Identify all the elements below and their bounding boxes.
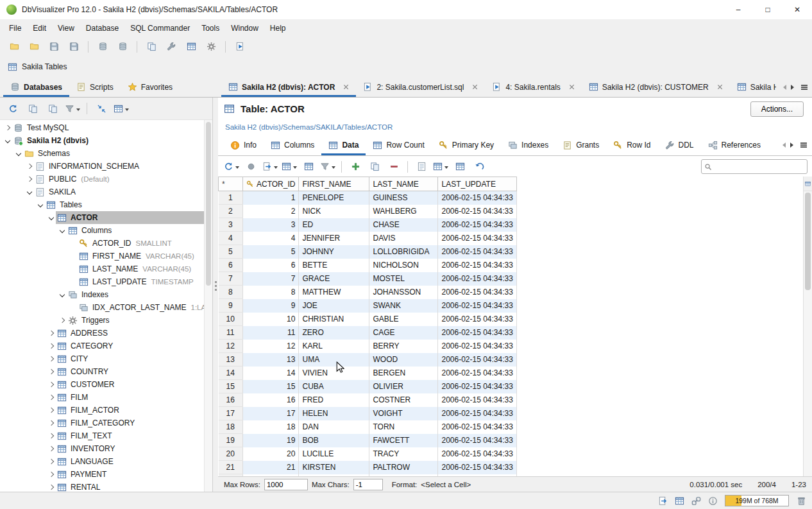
tab-4-sakila-rentals[interactable]: 4: Sakila.rentals: [485, 77, 581, 97]
cell-last-name[interactable]: COSTNER: [369, 393, 438, 407]
cell-last-update[interactable]: 2006-02-15 04:34:33: [438, 218, 516, 232]
tree-expander-icon[interactable]: [46, 468, 56, 481]
tree-expander-icon[interactable]: [35, 198, 45, 211]
cell-actor-id[interactable]: 11: [243, 326, 299, 340]
tree-expander-icon[interactable]: [57, 224, 67, 237]
object-tab-row-count[interactable]: Row Count: [366, 135, 431, 155]
object-tab-references[interactable]: References: [701, 135, 768, 155]
cell-actor-id[interactable]: 10: [243, 313, 299, 326]
tree-item-test-mysql[interactable]: Test MySQL: [0, 121, 205, 134]
close-button[interactable]: ✕: [782, 0, 812, 19]
cell-actor-id[interactable]: 3: [243, 218, 299, 232]
cell-last-name[interactable]: CHASE: [369, 218, 438, 232]
cell-actor-id[interactable]: 16: [243, 393, 299, 407]
cell-last-name[interactable]: SWANK: [369, 299, 438, 313]
tab-close-icon[interactable]: [717, 84, 723, 90]
cell-last-name[interactable]: GUINESS: [369, 191, 438, 205]
tree-item-city[interactable]: CITY: [0, 352, 205, 365]
grid-export-button[interactable]: [656, 494, 669, 507]
tree-expander-icon[interactable]: [24, 173, 34, 185]
cell-last-update[interactable]: 2006-02-15 04:34:33: [438, 191, 516, 205]
cell-actor-id[interactable]: 13: [243, 353, 299, 367]
tree-item-tables[interactable]: Tables: [0, 198, 205, 211]
cell-first-name[interactable]: BETTE: [299, 259, 369, 272]
cell-first-name[interactable]: ZERO: [299, 326, 369, 340]
tree-item-triggers[interactable]: Triggers: [0, 314, 205, 327]
maximize-button[interactable]: □: [753, 0, 782, 19]
cell-last-name[interactable]: LOLLOBRIGIDA: [369, 245, 438, 259]
duplicate-button[interactable]: [44, 101, 62, 116]
column-header-actor-id[interactable]: ACTOR_ID: [243, 177, 299, 191]
grid-scrollbar-thumb[interactable]: [805, 193, 811, 290]
save-all-button[interactable]: [65, 39, 83, 55]
cell-last-update[interactable]: 2006-02-15 04:34:33: [438, 299, 516, 313]
tree-item-first-name[interactable]: FIRST_NAMEVARCHAR(45): [0, 250, 205, 263]
cell-last-name[interactable]: BERRY: [369, 340, 438, 353]
cell-last-update[interactable]: 2006-02-15 04:34:33: [438, 434, 516, 447]
row-number[interactable]: 8: [219, 286, 243, 299]
script-button[interactable]: [412, 159, 430, 175]
memory-indicator[interactable]: 199M of 768M: [725, 495, 789, 506]
cell-actor-id[interactable]: 2: [243, 205, 299, 218]
tree-item-film-category[interactable]: FILM_CATEGORY: [0, 417, 205, 429]
row-number[interactable]: 12: [219, 340, 243, 353]
tree-expander-icon[interactable]: [46, 481, 56, 492]
tree-scrollbar-thumb[interactable]: [206, 122, 211, 286]
dock-tab-sakila-tables[interactable]: Sakila Tables: [5, 60, 75, 74]
menu-sql-commander[interactable]: SQL Commander: [124, 21, 196, 35]
cell-actor-id[interactable]: 14: [243, 367, 299, 380]
cell-last-name[interactable]: WAHLBERG: [369, 205, 438, 218]
cell-last-update[interactable]: 2006-02-15 04:34:33: [438, 380, 516, 393]
tree-item-film[interactable]: FILM: [0, 391, 205, 404]
grid-vertical-scrollbar[interactable]: [803, 177, 812, 477]
tab-close-icon[interactable]: [343, 84, 349, 90]
object-tab-ddl[interactable]: DDL: [658, 135, 701, 155]
cell-actor-id[interactable]: 21: [243, 461, 299, 474]
tree-item-last-name[interactable]: LAST_NAMEVARCHAR(45): [0, 263, 205, 275]
cell-actor-id[interactable]: 19: [243, 434, 299, 447]
cell-actor-id[interactable]: 4: [243, 232, 299, 245]
tree-item-inventory[interactable]: INVENTORY: [0, 442, 205, 455]
link-button[interactable]: [689, 494, 702, 507]
cell-first-name[interactable]: GRACE: [299, 272, 369, 286]
tree-expander-icon[interactable]: [57, 314, 67, 327]
cell-first-name[interactable]: JENNIFER: [299, 232, 369, 245]
menu-view[interactable]: View: [52, 21, 80, 35]
menu-file[interactable]: File: [3, 21, 27, 35]
filter-button[interactable]: [63, 101, 81, 116]
tree-item-indexes[interactable]: Indexes: [0, 288, 205, 301]
tree-expander-icon[interactable]: [46, 365, 56, 378]
cell-last-name[interactable]: BERGEN: [369, 367, 438, 380]
tree-item-film-actor[interactable]: FILM_ACTOR: [0, 404, 205, 417]
tree-expander-icon[interactable]: [24, 160, 34, 173]
cell-last-name[interactable]: GABLE: [369, 313, 438, 326]
tab-sakila-h2-dbvis-customer[interactable]: Sakila H2 (dbvis): CUSTOMER: [582, 77, 730, 97]
cell-last-name[interactable]: VOIGHT: [369, 407, 438, 420]
cell-last-update[interactable]: 2006-02-15 04:34:33: [438, 205, 516, 218]
tab-list-icon[interactable]: [801, 85, 808, 86]
cell-actor-id[interactable]: 8: [243, 286, 299, 299]
row-number[interactable]: 2: [219, 205, 243, 218]
panel-splitter[interactable]: [213, 98, 218, 492]
tree-expander-icon[interactable]: [3, 134, 12, 147]
row-number[interactable]: 1: [219, 191, 243, 205]
collapse-all-button[interactable]: [92, 101, 110, 116]
cell-actor-id[interactable]: 6: [243, 259, 299, 272]
export-button[interactable]: [261, 159, 279, 175]
tree-item-columns[interactable]: Columns: [0, 224, 205, 237]
object-tab-primary-key[interactable]: Primary Key: [432, 135, 501, 155]
column-header-last-update[interactable]: LAST_UPDATE: [438, 177, 516, 191]
cell-last-update[interactable]: 2006-02-15 04:34:33: [438, 245, 516, 259]
cell-last-name[interactable]: DAVIS: [369, 232, 438, 245]
row-number[interactable]: 15: [219, 380, 243, 393]
tab-sakila-h2-db[interactable]: Sakila H2 (db: [730, 77, 776, 97]
cell-actor-id[interactable]: 1: [243, 191, 299, 205]
grid-corner-button[interactable]: [803, 177, 812, 191]
object-tab-indexes[interactable]: Indexes: [501, 135, 555, 155]
tree-expander-icon[interactable]: [46, 211, 56, 224]
max-chars-input[interactable]: [353, 479, 383, 490]
tree-item-address[interactable]: ADDRESS: [0, 327, 205, 340]
cell-last-name[interactable]: FAWCETT: [369, 434, 438, 447]
tree-expander-icon[interactable]: [46, 352, 56, 365]
cell-last-update[interactable]: 2006-02-15 04:34:33: [438, 367, 516, 380]
